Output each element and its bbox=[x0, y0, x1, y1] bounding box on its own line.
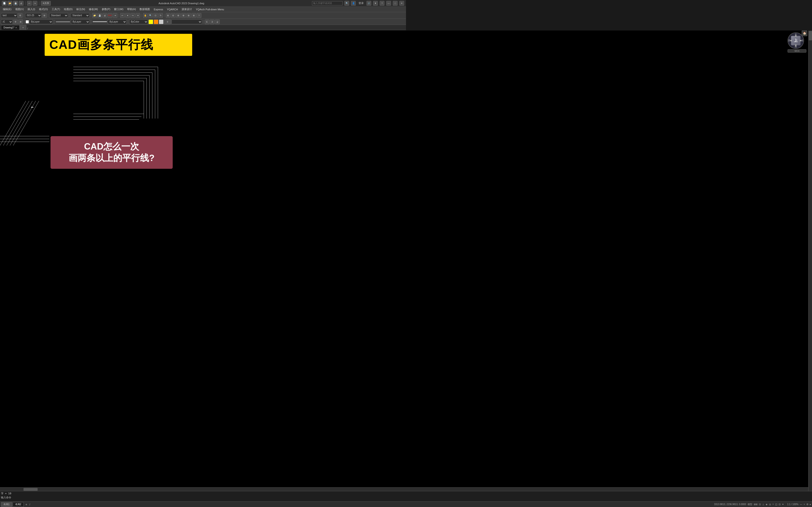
help-icon[interactable]: ? bbox=[380, 1, 385, 6]
menu-yqarch-pulldown[interactable]: YQArch Pull-down Menu bbox=[194, 7, 226, 11]
color-swatch2-icon[interactable] bbox=[154, 19, 158, 24]
zoom-extents-icon[interactable]: ⊡ bbox=[153, 13, 158, 18]
sep2 bbox=[39, 1, 39, 5]
menu-modify[interactable]: 修改(M) bbox=[87, 7, 100, 11]
lineweight-select[interactable]: ByLayer bbox=[108, 19, 126, 24]
close-icon[interactable]: ✕ bbox=[399, 1, 404, 6]
grid-btn3[interactable]: ⊞ bbox=[176, 13, 181, 18]
zoom-icon[interactable]: 🔍 bbox=[148, 13, 153, 18]
maximize-icon[interactable]: □ bbox=[393, 1, 398, 6]
menu-format[interactable]: 格式(O) bbox=[37, 7, 50, 11]
grid-btn2[interactable]: ⊟ bbox=[171, 13, 175, 18]
menu-bar: 编辑(E) 视图(V) 插入(I) 格式(O) 工具(T) 绘图(D) 标注(N… bbox=[0, 7, 406, 12]
menu-window[interactable]: 窗口(W) bbox=[112, 7, 125, 11]
diagonal-svg bbox=[0, 66, 52, 146]
menu-yuanquan[interactable]: 源泉设计 bbox=[180, 7, 194, 11]
user-icon[interactable]: 👤 bbox=[351, 1, 356, 6]
workspace-settings-icon[interactable]: ⚙ bbox=[18, 13, 22, 18]
toolbar-row2: 式 ⚙ ⊞ ByLayer ByLayer ByLayer ByColor 0 … bbox=[0, 19, 406, 25]
open-icon[interactable]: 📂 bbox=[7, 1, 12, 6]
undo-icon[interactable]: ↩ bbox=[27, 1, 32, 6]
search-icon[interactable]: 🔍 bbox=[345, 1, 349, 6]
matchprop2-icon[interactable]: ⊐ bbox=[210, 19, 214, 24]
yellow-banner: CAD画多条平行线 bbox=[45, 34, 192, 56]
import-icon[interactable]: ⇥ bbox=[113, 13, 117, 18]
annotation-scale-select[interactable]: ISO-25 bbox=[25, 13, 42, 18]
sep12 bbox=[91, 20, 91, 24]
menu-draw[interactable]: 绘图(D) bbox=[62, 7, 74, 11]
pan-icon[interactable]: ✋ bbox=[143, 13, 148, 18]
print-btn2[interactable]: 🖨 bbox=[102, 13, 107, 18]
linetype-select[interactable]: ByLayer bbox=[71, 19, 90, 24]
cart-icon[interactable]: 🛒 bbox=[366, 1, 371, 6]
sep4 bbox=[48, 13, 48, 17]
print-icon[interactable]: 🖨 bbox=[19, 1, 23, 6]
grid-btn6[interactable]: ⊞ bbox=[192, 13, 196, 18]
titlebar-right: 🔍 👤 登录 🛒 ▼ ? — □ ✕ bbox=[312, 1, 404, 6]
dim-style-select[interactable]: Standard bbox=[71, 13, 90, 18]
pline-5 bbox=[73, 78, 147, 119]
menu-params[interactable]: 参数(P) bbox=[100, 7, 112, 11]
menu-insert[interactable]: 插入(I) bbox=[26, 7, 37, 11]
drawing-diagonal bbox=[0, 66, 52, 147]
menu-help[interactable]: 帮助(H) bbox=[125, 7, 138, 11]
menu-yqarch[interactable]: YQARCH bbox=[165, 7, 180, 11]
drawing-tab[interactable]: Drawing1* ✕ bbox=[1, 25, 20, 30]
grid-btn5[interactable]: ⊞ bbox=[186, 13, 191, 18]
menu-dataview[interactable]: 数据视图 bbox=[138, 7, 152, 11]
scale-icon[interactable]: ⊞ bbox=[42, 13, 47, 18]
save-icon[interactable]: 💾 bbox=[13, 1, 18, 6]
grid-btn4[interactable]: ⊞ bbox=[181, 13, 186, 18]
text-style-select[interactable]: Standard bbox=[49, 13, 68, 18]
undo-btn2[interactable]: ↩ bbox=[120, 13, 125, 18]
menu-edit[interactable]: 编辑(E) bbox=[1, 7, 13, 11]
title-bar: 📄 📂 💾 🖨 ↩ ↪ ✈ 共享 Autodesk AutoCAD 2023 D… bbox=[0, 0, 406, 7]
new-tab-button[interactable]: + bbox=[20, 25, 26, 30]
search-input[interactable] bbox=[312, 1, 343, 5]
save-btn2[interactable]: 💾 bbox=[97, 13, 102, 18]
title-text: Autodesk AutoCAD 2023 Drawing1.dwg bbox=[51, 2, 312, 5]
layer-select[interactable]: ByLayer bbox=[30, 19, 53, 24]
share-button[interactable]: ✈ 共享 bbox=[41, 1, 51, 6]
menu-view[interactable]: 视图(V) bbox=[13, 7, 26, 11]
yellow-banner-text: CAD画多条平行线 bbox=[49, 37, 188, 53]
menu-dimension[interactable]: 标注(N) bbox=[74, 7, 87, 11]
grid-btn1[interactable]: ⊞ bbox=[166, 13, 170, 18]
transparency-select[interactable] bbox=[171, 19, 202, 24]
undo-dropdown[interactable]: ▾ bbox=[125, 13, 130, 18]
pline-1 bbox=[73, 67, 158, 119]
color-swatch3-icon[interactable] bbox=[159, 19, 163, 24]
new-icon[interactable]: 📄 bbox=[2, 1, 7, 6]
titlebar-left: 📄 📂 💾 🖨 ↩ ↪ ✈ 共享 bbox=[2, 1, 51, 6]
menu-tools[interactable]: 工具(T) bbox=[50, 7, 62, 11]
redo-dropdown[interactable]: ▾ bbox=[136, 13, 140, 18]
folder-open-icon[interactable]: 📁 bbox=[92, 13, 97, 18]
settings-icon[interactable]: ▼ bbox=[373, 1, 378, 6]
help-btn2[interactable]: ? bbox=[197, 13, 201, 18]
linetype-preview bbox=[56, 21, 70, 22]
tab-bar: Drawing1* ✕ + / bbox=[0, 25, 406, 30]
color-swatch-icon[interactable] bbox=[149, 19, 153, 24]
color-select[interactable]: ByColor bbox=[129, 19, 148, 24]
matchprop-icon[interactable]: ⊏ bbox=[205, 19, 209, 24]
redo-btn2[interactable]: ↪ bbox=[131, 13, 135, 18]
login-button[interactable]: 登录 bbox=[358, 1, 365, 5]
canvas-area[interactable]: CAD画多条平行线 CAD怎么一次 画两条以上的平行线? bbox=[0, 31, 406, 253]
style-icon2[interactable]: ⊞ bbox=[18, 19, 23, 24]
style-settings-icon[interactable]: ⚙ bbox=[13, 19, 18, 24]
sep13 bbox=[128, 20, 128, 24]
matchprop3-icon[interactable]: ⊒ bbox=[215, 19, 220, 24]
orbit-icon[interactable]: ↻ bbox=[158, 13, 163, 18]
sep9 bbox=[164, 13, 164, 17]
pdf-icon[interactable]: PDF bbox=[108, 13, 112, 18]
style-select[interactable]: 式 bbox=[1, 19, 13, 24]
pline-2 bbox=[73, 70, 155, 119]
drawing-tab-close[interactable]: ✕ bbox=[15, 26, 17, 29]
drawing-tab-label: Drawing1* bbox=[4, 26, 14, 29]
sep11 bbox=[54, 20, 54, 24]
pline-3 bbox=[73, 72, 152, 119]
menu-express[interactable]: Express bbox=[152, 7, 165, 11]
redo-icon[interactable]: ↪ bbox=[33, 1, 37, 6]
minimize-icon[interactable]: — bbox=[386, 1, 391, 6]
workspace-select[interactable]: lard bbox=[1, 13, 17, 18]
